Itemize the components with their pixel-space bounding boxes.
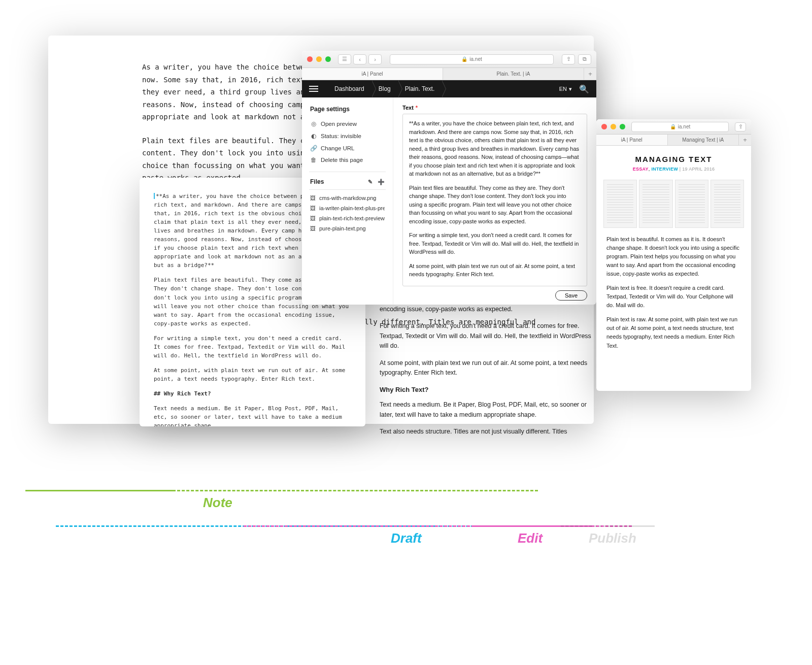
url-text: ia.net (469, 56, 482, 62)
textarea-line: ## Why Rich Text? (409, 284, 581, 287)
breadcrumb[interactable]: Blog (371, 80, 398, 97)
zoom-icon[interactable] (325, 56, 331, 62)
article-tag[interactable]: INTERVIEW (651, 167, 678, 172)
address-bar[interactable]: 🔒 ia.net (631, 122, 729, 132)
share-icon[interactable]: ⇪ (735, 122, 746, 131)
required-marker: * (416, 105, 418, 111)
divider (309, 172, 386, 172)
file-item[interactable]: 🖼plain-text-rich-text-preview.png (310, 213, 385, 223)
browser-tab[interactable]: Plain. Text. | iA (443, 68, 584, 80)
close-icon[interactable] (601, 124, 607, 129)
article-meta: ESSAY, INTERVIEW | 19 APRIL 2016 (606, 167, 741, 172)
new-tab-button[interactable]: + (584, 68, 596, 80)
back-button[interactable]: ‹ (353, 54, 366, 64)
edit-files-icon[interactable]: ✎ (368, 179, 373, 185)
eye-icon: ◎ (310, 120, 317, 127)
article-header: MANAGING TEXT ESSAY, INTERVIEW | 19 APRI… (596, 146, 751, 178)
forward-button[interactable]: › (368, 54, 382, 64)
timeline-segment-note (25, 490, 173, 491)
save-button[interactable]: Save (555, 290, 587, 301)
article-paragraph: Plain text is raw. At some point, with p… (606, 315, 741, 350)
share-icon[interactable]: ⇪ (562, 54, 575, 64)
image-icon: 🖼 (310, 195, 316, 201)
article-paragraph: At some point, with plain text we run ou… (380, 358, 593, 378)
thumbnail[interactable] (675, 180, 708, 228)
sidebar-heading: Page settings (310, 106, 385, 113)
article-title: MANAGING TEXT (606, 155, 741, 163)
open-preview-action[interactable]: ◎Open preview (310, 118, 385, 130)
article-date: 19 APRIL 2016 (682, 167, 715, 172)
new-tab-button[interactable]: + (739, 135, 751, 145)
editor-heading-md: ## Why Rich Text? (154, 389, 351, 398)
timeline-segment-note (173, 490, 538, 491)
window-controls[interactable] (601, 124, 625, 129)
file-item[interactable]: 🖼cms-with-markdow.png (310, 193, 385, 203)
files-heading: Files ✎ ➕ (310, 178, 385, 185)
text-cursor (154, 193, 155, 199)
article-heading: Why Rich Text? (380, 385, 593, 395)
lock-icon: 🔒 (461, 56, 467, 62)
minimize-icon[interactable] (611, 124, 616, 129)
timeline-label-note: Note (203, 495, 232, 511)
timeline-label-edit: Edit (518, 530, 543, 546)
textarea-line: Plain text files are beautiful. They com… (409, 184, 581, 226)
article-window: 🔒 ia.net ⇪ iA | Panel Managing Text | iA… (596, 119, 751, 391)
timeline-label-draft: Draft (391, 530, 422, 546)
chevron-down-icon: ▾ (569, 86, 572, 92)
timeline-segment-publish (561, 525, 606, 527)
article-paragraph: Text also needs structure. Titles are no… (380, 427, 593, 436)
timeline-segment-publish (606, 525, 655, 527)
menu-icon[interactable] (309, 86, 318, 92)
trash-icon: 🗑 (310, 157, 317, 163)
timeline-segment-edit (244, 525, 475, 527)
url-text: ia.net (678, 124, 690, 129)
browser-tabs: iA | Panel Managing Text | iA + (596, 135, 751, 146)
thumbnail[interactable] (639, 180, 672, 228)
search-icon[interactable]: 🔍 (579, 84, 589, 94)
thumbnail[interactable] (710, 180, 744, 228)
browser-tab[interactable]: iA | Panel (302, 68, 443, 80)
textarea-line: **As a writer, you have the choice betwe… (409, 119, 581, 178)
thumbnail[interactable] (603, 180, 637, 228)
textarea-line: At some point, with plain text we run ou… (409, 262, 581, 279)
browser-tabs: iA | Panel Plain. Text. | iA + (302, 68, 596, 80)
article-tag[interactable]: ESSAY (633, 167, 649, 172)
article-body: Plain text is beautiful. It comes as it … (596, 235, 751, 366)
text-field[interactable]: **As a writer, you have the choice betwe… (402, 114, 587, 286)
article-paragraph: For writing a simple text, you don't nee… (380, 321, 593, 351)
workflow-timeline: Note Draft Edit Publish (25, 490, 655, 525)
window-controls[interactable] (307, 56, 331, 62)
address-bar[interactable]: 🔒 ia.net (390, 54, 554, 64)
article-paragraph: encoding issue, copy-paste works as expe… (380, 305, 593, 314)
file-item[interactable]: 🖼ia-writer-plain-text-plus-preview.png (310, 203, 385, 213)
minimize-icon[interactable] (316, 56, 322, 62)
browser-tab[interactable]: Managing Text | iA (668, 135, 739, 145)
lock-icon: 🔒 (670, 124, 676, 129)
divider (309, 189, 386, 190)
cms-topbar: Dashboard Blog Plain. Text. EN▾ 🔍 (302, 80, 596, 97)
sidebar-toggle-icon[interactable]: ☰ (338, 54, 351, 64)
delete-page-action[interactable]: 🗑Delete this page (310, 154, 385, 165)
add-file-icon[interactable]: ➕ (378, 179, 385, 185)
rendered-article-column: encoding issue, copy-paste works as expe… (380, 305, 593, 443)
status-action[interactable]: ◐Status: invisible (310, 130, 385, 142)
breadcrumb[interactable]: Plain. Text. (398, 80, 442, 97)
browser-chrome: ☰ ‹ › 🔒 ia.net ⇪ ⧉ (302, 51, 596, 68)
image-icon: 🖼 (310, 215, 316, 221)
close-icon[interactable] (307, 56, 313, 62)
textarea-line: For writing a simple text, you don't nee… (409, 231, 581, 256)
field-label: Text* (402, 105, 587, 111)
editor-paragraph: For writing a simple text, you don't nee… (154, 334, 351, 360)
editor-paragraph: Text needs a medium. Be it Paper, Blog P… (154, 404, 351, 426)
browser-tab[interactable]: iA | Panel (596, 135, 668, 145)
file-item[interactable]: 🖼pure-plain-text.png (310, 223, 385, 234)
change-url-action[interactable]: 🔗Change URL (310, 142, 385, 154)
cms-sidebar: Page settings ◎Open preview ◐Status: inv… (302, 97, 393, 305)
article-paragraph: Plain text is free. It doesn't require a… (606, 284, 741, 310)
zoom-icon[interactable] (620, 124, 625, 129)
language-selector[interactable]: EN▾ (559, 86, 572, 92)
tabs-icon[interactable]: ⧉ (578, 54, 591, 64)
cms-main: Text* **As a writer, you have the choice… (393, 97, 596, 305)
breadcrumb[interactable]: Dashboard (327, 80, 371, 97)
editor-paragraph: At some point, with plain text we run ou… (154, 366, 351, 383)
